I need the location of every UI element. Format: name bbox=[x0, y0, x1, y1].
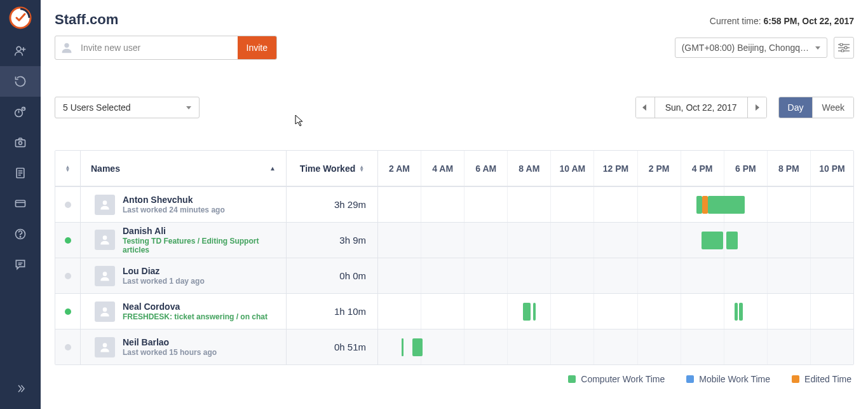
work-bar[interactable] bbox=[739, 303, 742, 321]
table-row[interactable]: Danish AliTesting TD Features / Editing … bbox=[55, 222, 853, 258]
status-dot-icon bbox=[65, 344, 71, 350]
user-subtext: Last worked 1 day ago bbox=[123, 277, 205, 286]
time-worked-value: 1h 10m bbox=[287, 306, 377, 317]
date-prev-button[interactable] bbox=[636, 97, 655, 118]
hour-label: 4 AM bbox=[421, 151, 465, 186]
svg-point-29 bbox=[103, 200, 107, 205]
hour-label: 6 AM bbox=[465, 151, 508, 186]
svg-rect-14 bbox=[16, 200, 25, 207]
status-cell bbox=[55, 329, 81, 364]
swatch-green-icon bbox=[568, 375, 576, 383]
main-content: Staff.com Current time: 6:58 PM, Oct 22,… bbox=[41, 0, 868, 409]
user-subtext: Testing TD Features / Editing Support ar… bbox=[123, 237, 276, 255]
view-week-button[interactable]: Week bbox=[812, 97, 853, 118]
hour-label: 2 PM bbox=[638, 151, 681, 186]
date-next-button[interactable] bbox=[747, 97, 766, 118]
svg-marker-28 bbox=[756, 104, 759, 111]
status-cell bbox=[55, 258, 81, 293]
table-row[interactable]: Anton ShevchukLast worked 24 minutes ago… bbox=[55, 186, 853, 222]
sort-asc-icon: ▲ bbox=[269, 165, 276, 172]
nav-chat-icon[interactable] bbox=[0, 249, 41, 280]
svg-marker-27 bbox=[642, 104, 646, 111]
timezone-select[interactable]: (GMT+08:00) Beijing, Chongq… bbox=[675, 38, 827, 58]
user-placeholder-icon bbox=[59, 40, 74, 55]
svg-point-33 bbox=[103, 343, 107, 347]
hour-label: 8 PM bbox=[768, 151, 811, 186]
user-name: Anton Shevchuk bbox=[123, 195, 225, 205]
swatch-blue-icon bbox=[686, 375, 694, 383]
timeline-cell bbox=[378, 223, 853, 258]
svg-point-32 bbox=[103, 307, 107, 312]
user-name: Neal Cordova bbox=[123, 302, 268, 312]
date-picker: Sun, Oct 22, 2017 bbox=[635, 97, 767, 118]
hour-label: 10 AM bbox=[551, 151, 594, 186]
settings-button[interactable] bbox=[834, 37, 854, 59]
time-worked-value: 0h 51m bbox=[287, 342, 377, 352]
legend-edited: Edited Time bbox=[792, 374, 851, 384]
nav-help-icon[interactable] bbox=[0, 219, 41, 249]
work-bar[interactable] bbox=[726, 232, 738, 249]
hour-label: 10 PM bbox=[811, 151, 853, 186]
timeline-cell bbox=[378, 187, 853, 222]
invite-input[interactable] bbox=[78, 38, 238, 58]
work-bar[interactable] bbox=[735, 303, 738, 321]
svg-point-30 bbox=[103, 236, 107, 240]
col-status-header[interactable]: ▲▼ bbox=[55, 151, 81, 186]
col-names-header[interactable]: Names ▲ bbox=[81, 151, 287, 186]
users-select-label: 5 Users Selected bbox=[63, 102, 131, 113]
work-bar[interactable] bbox=[708, 196, 745, 214]
users-select[interactable]: 5 Users Selected bbox=[55, 97, 200, 118]
nav-card-icon[interactable] bbox=[0, 188, 41, 219]
nav-person-add-icon[interactable] bbox=[0, 36, 41, 66]
col-time-header[interactable]: Time Worked ▲▼ bbox=[287, 151, 378, 186]
sidebar bbox=[0, 0, 41, 409]
work-bar[interactable] bbox=[533, 303, 536, 321]
col-time-label: Time Worked bbox=[300, 163, 355, 174]
col-timeline-header: 2 AM4 AM6 AM8 AM10 AM12 PM2 PM4 PM6 PM8 … bbox=[378, 151, 853, 186]
sort-icon: ▲▼ bbox=[359, 165, 364, 172]
timezone-label: (GMT+08:00) Beijing, Chongq… bbox=[682, 43, 809, 53]
nav-timer-icon[interactable] bbox=[0, 97, 41, 127]
work-bar[interactable] bbox=[523, 303, 531, 321]
table-row[interactable]: Neil BarlaoLast worked 15 hours ago0h 51… bbox=[55, 329, 853, 364]
table-row[interactable]: Neal CordovaFRESHDESK: ticket answering … bbox=[55, 293, 853, 329]
time-worked-value: 3h 29m bbox=[287, 199, 377, 210]
app-logo bbox=[0, 0, 41, 36]
svg-point-26 bbox=[841, 50, 844, 52]
current-time: Current time: 6:58 PM, Oct 22, 2017 bbox=[710, 16, 854, 26]
svg-line-7 bbox=[24, 107, 25, 109]
svg-point-17 bbox=[20, 237, 20, 237]
date-label[interactable]: Sun, Oct 22, 2017 bbox=[655, 97, 747, 118]
work-bar[interactable] bbox=[696, 196, 702, 214]
view-day-button[interactable]: Day bbox=[779, 97, 813, 118]
name-cell[interactable]: Neil BarlaoLast worked 15 hours ago bbox=[81, 329, 287, 364]
nav-camera-icon[interactable] bbox=[0, 127, 41, 158]
status-dot-icon bbox=[65, 308, 71, 315]
user-subtext: Last worked 24 minutes ago bbox=[123, 205, 225, 214]
name-cell[interactable]: Danish AliTesting TD Features / Editing … bbox=[81, 223, 287, 258]
table-row[interactable]: Lou DiazLast worked 1 day ago0h 0m bbox=[55, 258, 853, 293]
table-header: ▲▼ Names ▲ Time Worked ▲▼ 2 AM4 AM6 AM8 … bbox=[55, 151, 853, 186]
name-cell[interactable]: Lou DiazLast worked 1 day ago bbox=[81, 258, 287, 293]
legend-computer: Computer Work Time bbox=[568, 374, 665, 384]
work-bar[interactable] bbox=[702, 232, 723, 249]
svg-point-1 bbox=[17, 46, 21, 51]
name-cell[interactable]: Anton ShevchukLast worked 24 minutes ago bbox=[81, 187, 287, 222]
work-bar[interactable] bbox=[402, 338, 403, 356]
sidebar-expand[interactable] bbox=[0, 376, 41, 401]
user-name: Danish Ali bbox=[123, 226, 276, 237]
work-bar[interactable] bbox=[702, 196, 708, 214]
nav-document-icon[interactable] bbox=[0, 158, 41, 188]
name-cell[interactable]: Neal CordovaFRESHDESK: ticket answering … bbox=[81, 294, 287, 329]
status-cell bbox=[55, 294, 81, 329]
hour-label: 2 AM bbox=[378, 151, 421, 186]
invite-button[interactable]: Invite bbox=[238, 36, 276, 59]
avatar bbox=[95, 195, 115, 215]
status-cell bbox=[55, 187, 81, 222]
nav-history-icon[interactable] bbox=[0, 66, 41, 97]
work-bar[interactable] bbox=[412, 338, 423, 356]
avatar bbox=[95, 266, 115, 286]
time-cell: 3h 29m bbox=[287, 187, 378, 222]
timesheet-table: ▲▼ Names ▲ Time Worked ▲▼ 2 AM4 AM6 AM8 … bbox=[55, 150, 854, 365]
avatar bbox=[95, 230, 115, 250]
